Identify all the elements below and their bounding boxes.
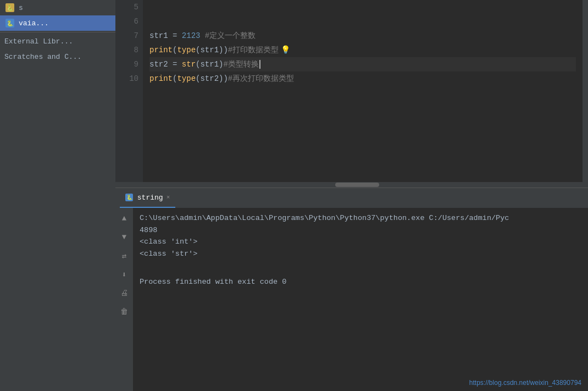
code-fn-type-8: type [177,43,196,57]
scroll-down-button[interactable]: ▼ [118,231,130,243]
line-num-6: 6 [134,14,138,29]
code-fn-print-10: print [149,71,173,86]
watermark-url: https://blog.csdn.net/weixin_43890794 [469,379,581,387]
output-line-4: <class 'str'> [140,248,581,260]
bottom-panel: 🐍 string × ▲ ▼ ⇄ ⬇ 🖨 🗑 [115,188,588,391]
sidebar-sep [0,32,115,32]
text-cursor [259,60,260,69]
output-line-1: C:\Users\admin\AppData\Local\Programs\Py… [140,212,581,224]
lightbulb-icon[interactable]: 💡 [281,43,290,57]
code-line-5 [149,0,576,14]
code-comment-8: #打印数据类型 [228,43,279,57]
panel-tabs-bar: 🐍 string × [115,188,588,208]
editor-area: 5 6 7 8 9 10 str1 = 2123 #定义一个整数 [115,0,588,391]
code-line-7: str1 = 2123 #定义一个整数 [149,29,576,43]
output-line-6: Process finished with exit code 0 [140,276,581,288]
code-fn-type-10: type [177,71,196,86]
vertical-scrollbar[interactable] [583,0,588,182]
download-button[interactable]: ⬇ [118,268,130,280]
h-scroll-thumb[interactable] [335,183,379,187]
line-numbers: 5 6 7 8 9 10 [115,0,143,182]
line-num-5: 5 [134,0,138,14]
tab-close-button[interactable]: × [167,194,170,201]
bottom-layout: ▲ ▼ ⇄ ⬇ 🖨 🗑 C:\Users\admin\AppData\Local… [115,208,588,391]
code-line-10: print ( type ( str2 )) #再次打印数据类型 [149,71,576,86]
output-line-3: <class 'int'> [140,236,581,248]
sidebar-item-scratch[interactable]: Scratches and C... [0,49,115,64]
panel-output: C:\Users\admin\AppData\Local\Programs\Py… [133,208,588,391]
side-tools: ▲ ▼ ⇄ ⬇ 🖨 🗑 [115,208,133,391]
code-comment-7: #定义一个整数 [200,29,256,43]
line-num-7: 7 [134,29,138,43]
code-line-6 [149,14,576,29]
clear-button[interactable]: 🗑 [118,306,130,318]
scroll-up-button[interactable]: ▲ [118,212,130,224]
tab-python-icon: 🐍 [125,194,133,201]
sidebar-item-ext[interactable]: External Libr... [0,34,115,49]
line-num-9: 9 [134,57,138,71]
code-fn-str: str [182,57,196,71]
sidebar-item-1[interactable]: 🐍 s [0,0,115,15]
tab-string[interactable]: 🐍 string × [120,188,175,208]
code-comment-10: #再次打印数据类型 [228,71,294,86]
output-line-2: 4898 [140,224,581,236]
code-comment-9: #类型转换 [223,57,258,71]
tab-string-label: string [137,194,163,202]
code-content[interactable]: str1 = 2123 #定义一个整数 print ( type ( str1 … [143,0,583,182]
code-num-2123: 2123 [182,29,201,43]
horizontal-scrollbar[interactable] [115,182,588,188]
code-editor: 5 6 7 8 9 10 str1 = 2123 #定义一个整数 [115,0,588,182]
print-button[interactable]: 🖨 [118,287,130,299]
code-line-9: str2 = str ( str1 ) #类型转换 [149,57,576,71]
line-num-10: 10 [129,71,138,86]
wrap-button[interactable]: ⇄ [118,250,130,262]
python-icon-1: 🐍 [4,2,15,13]
file-tree-sidebar: 🐍 s 🐍 vaia... External Libr... Scratches… [0,0,115,391]
line-num-8: 8 [134,43,138,57]
sidebar-item-2[interactable]: 🐍 vaia... [0,15,115,31]
sidebar-item-label-1: s [19,4,23,12]
sidebar-item-label-ext: External Libr... [4,37,73,46]
python-icon-2: 🐍 [4,18,15,29]
code-line-8: print ( type ( str1 )) #打印数据类型 💡 [149,43,576,57]
code-var-str1: str1 [149,29,168,43]
sidebar-item-label-scratch: Scratches and C... [4,53,81,61]
code-fn-print-8: print [149,43,173,57]
sidebar-item-label-2: vaia... [19,19,49,27]
output-line-5 [140,260,581,272]
